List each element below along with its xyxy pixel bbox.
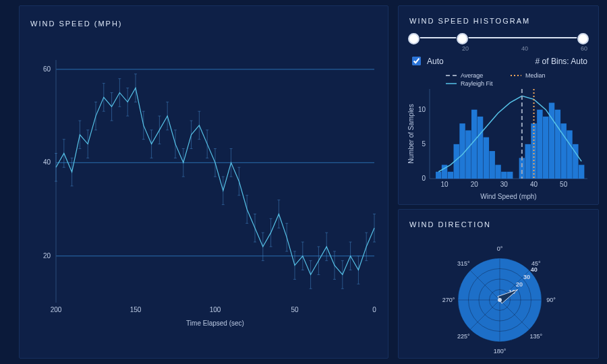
svg-rect-172 [549,102,554,179]
svg-text:0: 0 [372,306,376,313]
svg-rect-164 [495,165,500,179]
svg-text:10: 10 [418,106,426,113]
svg-text:Number of Samples: Number of Samples [407,104,415,163]
svg-rect-158 [459,123,465,179]
svg-text:225°: 225° [457,333,470,340]
svg-text:150: 150 [130,306,142,313]
slider-handle-max[interactable] [577,33,589,44]
auto-bins-checkbox[interactable]: Auto [409,55,444,67]
svg-text:Wind Speed (mph): Wind Speed (mph) [480,193,536,200]
svg-text:40: 40 [43,158,51,166]
svg-rect-161 [478,117,483,179]
svg-text:180°: 180° [494,348,507,355]
svg-rect-168 [525,144,530,179]
svg-rect-167 [519,158,525,179]
svg-text:30: 30 [523,274,530,280]
svg-rect-159 [465,130,471,179]
svg-rect-162 [484,138,489,179]
svg-text:Average: Average [461,72,483,79]
svg-text:10: 10 [441,181,449,188]
svg-rect-166 [507,172,513,179]
histogram-title: WIND SPEED HISTOGRAM [409,17,587,25]
svg-text:20: 20 [516,281,523,288]
svg-text:20: 20 [471,181,479,188]
svg-text:315°: 315° [457,260,470,267]
svg-text:100: 100 [210,306,221,313]
wind-speed-chart: 204060200150100500Time Elapsed (sec) [28,33,381,343]
svg-text:60: 60 [43,65,51,73]
svg-text:90°: 90° [546,297,556,303]
svg-text:0°: 0° [497,245,503,252]
svg-text:200: 200 [51,306,62,313]
wind-direction-chart: 0°45°90°135°180°225°270°315°010203040 [407,234,593,355]
svg-rect-170 [537,110,542,179]
auto-bins-label: Auto [427,57,444,66]
svg-text:40: 40 [530,181,538,188]
svg-point-207 [498,298,502,302]
svg-rect-174 [560,123,566,179]
svg-text:30: 30 [500,181,509,188]
wind-direction-panel: WIND DIRECTION 0°45°90°135°180°225°270°3… [398,209,599,359]
svg-text:5: 5 [422,140,426,148]
svg-text:135°: 135° [529,333,542,340]
svg-rect-173 [555,110,560,179]
svg-text:270°: 270° [442,297,455,303]
svg-text:Time Elapsed (sec): Time Elapsed (sec) [186,320,244,327]
svg-text:50: 50 [560,181,568,188]
svg-rect-160 [471,110,477,179]
svg-rect-165 [501,172,507,179]
svg-rect-177 [579,165,584,179]
histogram-chart: AverageMedianRayleigh Fit05101020304050W… [407,70,593,202]
svg-text:20: 20 [43,252,51,260]
svg-rect-154 [436,172,441,179]
bins-readout: # of Bins: Auto [536,57,587,66]
svg-rect-163 [490,151,495,179]
slider-tick-labels: 20 40 60 [409,45,587,52]
svg-text:0: 0 [422,175,426,182]
svg-text:Median: Median [525,72,546,79]
svg-rect-171 [543,117,548,179]
svg-text:Rayleigh Fit: Rayleigh Fit [461,80,493,87]
slider-handle-value[interactable] [457,33,468,44]
bins-slider[interactable] [409,30,587,45]
auto-bins-input[interactable] [412,57,421,65]
svg-rect-156 [448,172,453,179]
svg-rect-175 [567,130,572,179]
wind-direction-title: WIND DIRECTION [409,220,587,229]
wind-speed-title: WIND SPEED (MPH) [30,20,377,28]
slider-handle-min[interactable] [408,33,420,44]
wind-speed-panel: WIND SPEED (MPH) 204060200150100500Time … [19,5,388,359]
svg-text:40: 40 [531,266,538,273]
svg-text:50: 50 [291,306,299,313]
histogram-panel: WIND SPEED HISTOGRAM 20 40 60 Auto # of … [398,5,599,205]
